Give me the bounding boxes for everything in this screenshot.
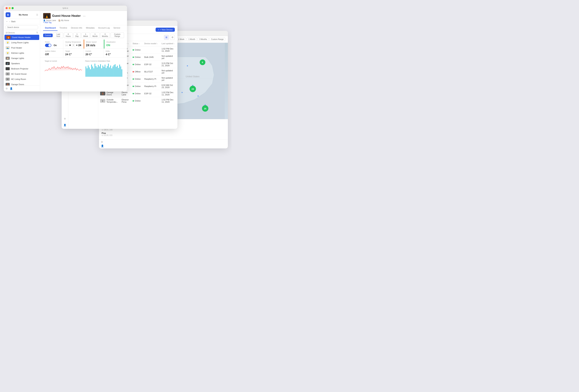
settings-icon[interactable]: ⚙ [5, 87, 8, 90]
settings-view-btn[interactable]: ⚙ [170, 35, 175, 40]
close-icon[interactable] [5, 7, 8, 9]
list-sidebar-settings[interactable]: ⚙ [63, 117, 67, 121]
window-device-dashboard: tynk.io B My Home ☰ ← ← Back 10 Devices … [4, 5, 127, 91]
device-name: Guest House Heater [52, 14, 81, 17]
tab-service[interactable]: Service [112, 25, 122, 31]
time-btn-3m[interactable]: 3 Months [100, 32, 110, 38]
metric-target: Target 24 C° [63, 49, 83, 57]
device-meta: 👤 Devon Lane 🏠 My Home [43, 19, 124, 21]
time-btn-custom[interactable]: Custom Range [111, 32, 124, 38]
time-btn-current[interactable]: Current [43, 34, 53, 37]
sidebar-item-living-room-lights[interactable]: 💡 Living Room Lights [4, 40, 40, 45]
map-time-custom[interactable]: Custom Range [209, 38, 225, 41]
col-status: Status ↕ [131, 41, 143, 46]
svg-rect-18 [101, 68, 102, 77]
sidebar-item-ac-living-room[interactable]: ❄ AC Living Room [4, 76, 40, 82]
time-btn-last-hour[interactable]: Last hour [53, 32, 63, 38]
metrics-row-1: Power On Heating Temperature — + + 24 [40, 40, 127, 49]
device-thumb: 🔊 [5, 62, 10, 65]
tab-account-log[interactable]: Account Log [96, 25, 112, 31]
device-row-image: 🌡 [100, 99, 105, 103]
status-cell: Online [133, 63, 141, 65]
svg-rect-10 [92, 66, 93, 77]
add-tag-button[interactable]: + Add Tag [43, 21, 124, 23]
new-device-button[interactable]: + + New Device [155, 28, 175, 32]
back-button[interactable]: ← ← Back [4, 19, 40, 24]
delta-value: 4 C° [106, 53, 122, 56]
device-thumb: ❄ [5, 72, 10, 75]
tab-timeline[interactable]: Timeline [58, 25, 69, 31]
map-time-3m[interactable]: 3 Months [198, 38, 209, 41]
search-container [4, 24, 40, 31]
svg-rect-22 [106, 68, 106, 77]
blower-label: Blower Speed [86, 41, 102, 43]
sidebar-item-garage-lights[interactable]: 🏠 Garage Lights [4, 56, 40, 61]
svg-rect-7 [89, 67, 90, 77]
sidebar-item-bedroom-projector[interactable]: 📽 Bedroom Projector [4, 66, 40, 71]
map-time-1m[interactable]: 1 Month [187, 38, 197, 41]
heating-increase-btn[interactable]: + [72, 44, 75, 47]
location-coords: ⊙ 111.8, 111 [102, 134, 225, 136]
time-btn-6h[interactable]: 6 Hours [64, 32, 72, 38]
home-icon: 🏠 [58, 19, 61, 21]
time-btn-1m[interactable]: 1 Month [91, 32, 99, 38]
sidebar-item-garage-doors[interactable]: 🚪 Garage Doors [4, 82, 40, 85]
status-cell: Online [133, 92, 141, 95]
svg-rect-11 [93, 68, 94, 77]
svg-rect-20 [103, 67, 104, 77]
vis-value: ON [106, 44, 122, 47]
titlebar: tynk.io [4, 5, 127, 11]
grid-view-btn[interactable]: ⊞ [164, 35, 169, 40]
status-cell: Online [133, 78, 141, 80]
maximize-icon[interactable] [11, 7, 14, 9]
sidebar-item-pool-heater[interactable]: 🏊 Pool Heater [4, 45, 40, 50]
status-dot [133, 78, 134, 80]
map-time-1w[interactable]: 1 Week [176, 38, 186, 41]
sidebar-item-speakers[interactable]: 🔊 Speakers [4, 61, 40, 66]
device-row-image: 🚪 [100, 92, 105, 95]
sidebar-item-kitchen-lights[interactable]: 💡 Kitchen Lights [4, 50, 40, 56]
svg-rect-17 [100, 64, 101, 77]
sidebar-item-guest-house-heater[interactable]: 🔥 Guest House Heater [4, 35, 39, 40]
search-input[interactable] [5, 25, 38, 29]
user-icon[interactable]: 👤 [10, 87, 13, 90]
device-thumb: 🚪 [5, 83, 10, 85]
toggle-knob [48, 44, 51, 47]
list-sidebar-user[interactable]: 👤 [63, 123, 67, 127]
chart1-title: Target & Current [45, 60, 82, 62]
device-tabs: Dashboard Timeline Devices Info Metadata… [40, 25, 127, 31]
sidebar-menu-icon[interactable]: ☰ [36, 14, 38, 16]
time-btn-1w[interactable]: 1 Week [81, 32, 90, 38]
device-thumb: 🏊 [5, 46, 10, 49]
svg-text:United States: United States [186, 75, 200, 78]
heating-decrease-btn[interactable]: — [65, 44, 68, 47]
tab-devices-info[interactable]: Devices Info [69, 25, 84, 31]
blower-value: 24 m/s [86, 44, 102, 47]
current-label: Current [85, 50, 102, 52]
location-pisa: Pisa ⊙ 111.8, 111 [102, 132, 225, 136]
status-dot [133, 64, 134, 65]
chart1-area [45, 63, 82, 77]
chart2-title: Flame Current & Modulation Rate [85, 60, 123, 62]
tab-dashboard[interactable]: Dashboard [43, 25, 58, 31]
power-toggle[interactable] [45, 44, 51, 47]
sort-icon[interactable]: ⇅ [36, 31, 38, 34]
tab-metadata[interactable]: Metadata [84, 25, 96, 31]
sidebar-bottom: ⚙ 👤 [4, 85, 40, 91]
status-dot [133, 57, 134, 58]
svg-rect-32 [117, 66, 118, 77]
svg-rect-36 [121, 69, 122, 77]
svg-rect-27 [111, 68, 112, 77]
chart-flame-modulation: Flame Current & Modulation Rate [84, 59, 124, 90]
svg-rect-12 [94, 64, 95, 77]
map-settings-icon[interactable]: ⚙ [101, 140, 103, 143]
device-menu-icon[interactable]: — [83, 14, 85, 17]
svg-rect-33 [118, 68, 119, 77]
device-thumb: 💡 [5, 52, 10, 55]
status-dot [133, 49, 134, 51]
svg-point-50 [198, 95, 199, 97]
minimize-icon[interactable] [8, 7, 11, 9]
sidebar-item-ac-guest-house[interactable]: ❄ AC Guest House [4, 71, 40, 76]
time-btn-1d[interactable]: 1 Day [73, 32, 81, 38]
map-user-icon[interactable]: 👤 [101, 144, 104, 147]
